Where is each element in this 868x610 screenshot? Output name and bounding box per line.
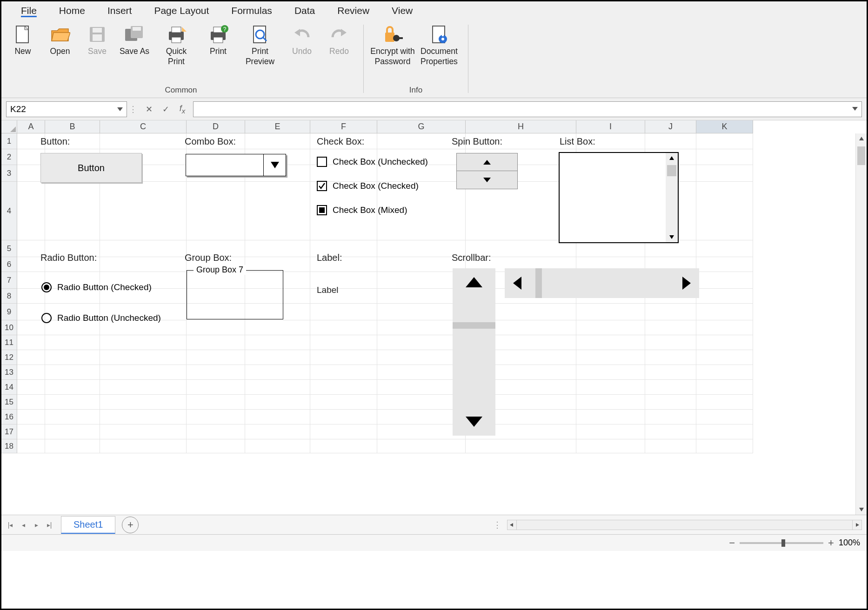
row-header-17[interactable]: 17 (1, 424, 17, 439)
row-header-10[interactable]: 10 (1, 320, 17, 335)
row-header-14[interactable]: 14 (1, 380, 17, 395)
add-sheet-button[interactable]: + (122, 517, 139, 533)
scroll-up-icon[interactable] (666, 153, 678, 163)
form-checkbox-mixed[interactable]: Check Box (Mixed) (317, 205, 407, 215)
row-header-15[interactable]: 15 (1, 395, 17, 410)
row-header-3[interactable]: 3 (1, 165, 17, 182)
column-header-F[interactable]: F (310, 120, 377, 133)
ribbon-new-button[interactable]: New (5, 23, 40, 66)
dropdown-icon[interactable] (117, 104, 123, 114)
zoom-out-button[interactable]: − (729, 537, 735, 549)
column-header-A[interactable]: A (17, 120, 45, 133)
scroll-left-icon[interactable] (505, 268, 530, 298)
name-box[interactable]: K22 (6, 101, 127, 117)
form-hscrollbar-control[interactable] (505, 268, 699, 298)
ribbon-redo-button[interactable]: Redo (321, 23, 357, 66)
form-vscrollbar-control[interactable] (453, 268, 495, 436)
tab-data[interactable]: Data (283, 3, 326, 18)
enter-edit-button[interactable]: ✓ (158, 102, 174, 117)
form-checkbox-checked[interactable]: Check Box (Checked) (317, 181, 419, 191)
spreadsheet-grid[interactable]: ABCDEFGHIJK 123456789101112131415161718 … (1, 120, 867, 515)
zoom-slider[interactable] (740, 542, 823, 544)
ribbon-saveas-button[interactable]: Save As (117, 23, 152, 66)
cancel-edit-button[interactable]: ✕ (141, 102, 157, 117)
column-header-H[interactable]: H (466, 120, 576, 133)
column-header-K[interactable]: K (696, 120, 753, 133)
ribbon-print-button[interactable]: ?Print (200, 23, 236, 66)
select-all-corner[interactable] (1, 120, 17, 133)
row-header-6[interactable]: 6 (1, 257, 17, 272)
row-header-1[interactable]: 1 (1, 133, 17, 149)
tab-home[interactable]: Home (48, 3, 96, 18)
tab-file[interactable]: File (10, 3, 48, 18)
listbox-scrollbar[interactable] (666, 153, 678, 242)
scroll-down-icon[interactable] (453, 408, 495, 436)
tab-page-layout[interactable]: Page Layout (143, 3, 220, 18)
row-header-8[interactable]: 8 (1, 289, 17, 304)
sheet-nav-prev-icon[interactable]: ◂ (17, 519, 29, 531)
scroll-up-icon[interactable] (856, 133, 867, 144)
scrollbar-thumb[interactable] (535, 268, 542, 298)
scrollbar-thumb[interactable] (857, 146, 865, 165)
zoom-level[interactable]: 100% (839, 538, 860, 548)
spin-down-button[interactable] (457, 171, 517, 189)
column-header-C[interactable]: C (100, 120, 187, 133)
form-button-control[interactable]: Button (40, 153, 142, 183)
column-header-J[interactable]: J (645, 120, 696, 133)
row-header-9[interactable]: 9 (1, 304, 17, 320)
dropdown-icon[interactable] (852, 105, 858, 113)
zoom-in-button[interactable]: + (828, 537, 834, 549)
ribbon-save-button[interactable]: Save (80, 23, 115, 66)
insert-function-button[interactable]: fx (174, 102, 190, 117)
scroll-down-icon[interactable] (666, 232, 678, 242)
row-header-16[interactable]: 16 (1, 410, 17, 424)
row-header-4[interactable]: 4 (1, 182, 17, 240)
row-header-11[interactable]: 11 (1, 335, 17, 350)
vertical-scrollbar[interactable] (855, 133, 867, 515)
form-listbox-control[interactable] (559, 152, 679, 243)
sheet-tab[interactable]: Sheet1 (61, 516, 115, 534)
scroll-up-icon[interactable] (453, 268, 495, 296)
form-radio-checked[interactable]: Radio Button (Checked) (41, 282, 152, 292)
sheet-nav-last-icon[interactable]: ▸| (43, 519, 55, 531)
form-spinbutton-control[interactable] (456, 153, 518, 189)
tab-formulas[interactable]: Formulas (220, 3, 283, 18)
column-header-E[interactable]: E (245, 120, 310, 133)
form-radio-unchecked[interactable]: Radio Button (Unchecked) (41, 313, 161, 323)
column-header-G[interactable]: G (377, 120, 466, 133)
row-header-5[interactable]: 5 (1, 240, 17, 257)
column-header-I[interactable]: I (576, 120, 645, 133)
ribbon-undo-button[interactable]: Undo (284, 23, 320, 66)
scroll-right-icon[interactable] (674, 268, 699, 298)
sheet-nav-first-icon[interactable]: |◂ (4, 519, 16, 531)
ribbon-open-button[interactable]: Open (42, 23, 78, 66)
column-header-D[interactable]: D (187, 120, 245, 133)
scroll-down-icon[interactable] (856, 504, 867, 515)
scrollbar-thumb[interactable] (453, 322, 495, 329)
row-header-2[interactable]: 2 (1, 149, 17, 165)
row-header-7[interactable]: 7 (1, 272, 17, 289)
form-combobox-control[interactable] (186, 154, 286, 176)
slider-thumb[interactable] (781, 539, 785, 547)
scrollbar-thumb[interactable] (667, 165, 676, 176)
ribbon-preview-button[interactable]: PrintPreview (238, 23, 282, 66)
row-header-18[interactable]: 18 (1, 439, 17, 453)
column-header-B[interactable]: B (45, 120, 100, 133)
form-checkbox-unchecked[interactable]: Check Box (Unchecked) (317, 157, 428, 167)
tab-insert[interactable]: Insert (96, 3, 143, 18)
scroll-left-icon[interactable] (507, 520, 517, 530)
scroll-right-icon[interactable] (852, 520, 861, 530)
ribbon-encrypt-button[interactable]: Encrypt withPassword (370, 23, 415, 66)
spin-up-button[interactable] (457, 153, 517, 171)
form-groupbox-control[interactable]: Group Box 7 (187, 270, 283, 319)
formula-input[interactable] (193, 101, 862, 117)
ribbon-docprops-button[interactable]: DocumentProperties (417, 23, 461, 66)
sheet-nav-next-icon[interactable]: ▸ (30, 519, 42, 531)
tab-review[interactable]: Review (326, 3, 381, 18)
horizontal-scrollbar[interactable] (507, 520, 862, 530)
ribbon-quickprint-button[interactable]: QuickPrint (154, 23, 199, 66)
dropdown-icon[interactable] (263, 154, 286, 176)
row-header-12[interactable]: 12 (1, 350, 17, 365)
row-header-13[interactable]: 13 (1, 365, 17, 380)
tab-view[interactable]: View (381, 3, 424, 18)
